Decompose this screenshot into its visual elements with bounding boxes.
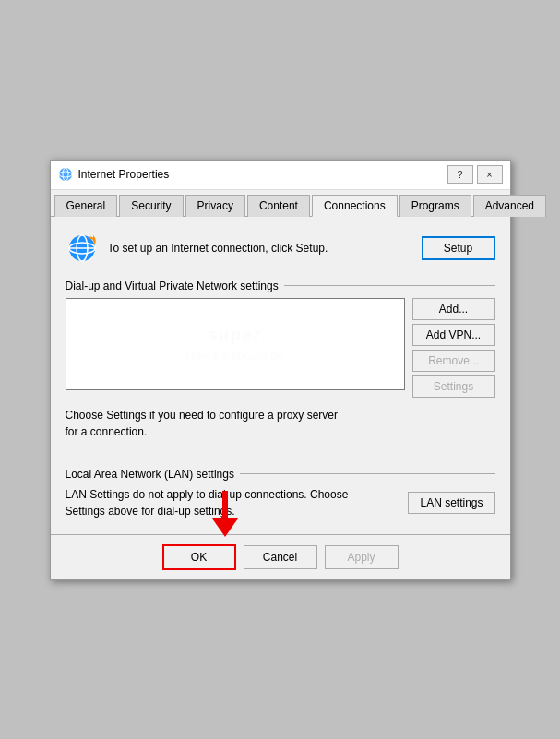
settings-button[interactable]: Settings <box>412 375 495 398</box>
watermark: super How life should be <box>66 299 404 389</box>
close-button[interactable]: × <box>477 165 503 184</box>
vpn-listbox[interactable]: super How life should be <box>66 298 405 390</box>
lan-section-label: Local Area Network (LAN) settings <box>66 468 495 481</box>
arrow-head <box>212 518 238 537</box>
tab-privacy[interactable]: Privacy <box>185 195 245 217</box>
tab-general[interactable]: General <box>54 195 118 217</box>
bottom-bar: OK Cancel Apply <box>51 534 510 579</box>
tab-connections[interactable]: Connections <box>312 195 398 217</box>
setup-section: To set up an Internet connection, click … <box>66 232 495 265</box>
cancel-button[interactable]: Cancel <box>244 545 317 569</box>
window-title: Internet Properties <box>78 168 170 181</box>
help-button[interactable]: ? <box>447 165 473 184</box>
main-content: To set up an Internet connection, click … <box>51 217 510 534</box>
apply-button[interactable]: Apply <box>325 545 399 569</box>
ok-button[interactable]: OK <box>162 544 236 570</box>
setup-description: To set up an Internet connection, click … <box>108 242 328 255</box>
ie-title-icon <box>58 167 73 182</box>
lan-inner: LAN Settings do not apply to dial-up con… <box>66 486 495 519</box>
svg-point-0 <box>59 168 72 181</box>
add-vpn-button[interactable]: Add VPN... <box>412 324 495 346</box>
setup-left: To set up an Internet connection, click … <box>66 232 328 265</box>
internet-properties-window: Internet Properties ? × General Security… <box>50 160 511 580</box>
vpn-buttons: Add... Add VPN... Remove... Settings <box>412 298 495 398</box>
vpn-area: super How life should be Add... Add VPN.… <box>66 298 495 398</box>
tab-programs[interactable]: Programs <box>399 195 471 217</box>
arrow-shaft <box>222 491 228 518</box>
tab-advanced[interactable]: Advanced <box>473 195 546 217</box>
add-button[interactable]: Add... <box>412 298 495 320</box>
tab-content[interactable]: Content <box>247 195 310 217</box>
title-bar: Internet Properties ? × <box>51 161 510 190</box>
vpn-section-label: Dial-up and Virtual Private Network sett… <box>66 280 495 292</box>
title-buttons: ? × <box>447 165 503 184</box>
lan-section: Local Area Network (LAN) settings LAN Se… <box>66 468 495 519</box>
lan-settings-button[interactable]: LAN settings <box>408 492 494 514</box>
ok-arrow <box>212 491 238 537</box>
choose-settings-text: Choose Settings if you need to configure… <box>66 407 342 440</box>
setup-button[interactable]: Setup <box>422 236 495 260</box>
tab-security[interactable]: Security <box>119 195 183 217</box>
remove-button[interactable]: Remove... <box>412 350 495 372</box>
ie-globe-icon <box>66 232 99 265</box>
title-left: Internet Properties <box>58 167 170 182</box>
tab-bar: General Security Privacy Content Connect… <box>51 190 510 217</box>
